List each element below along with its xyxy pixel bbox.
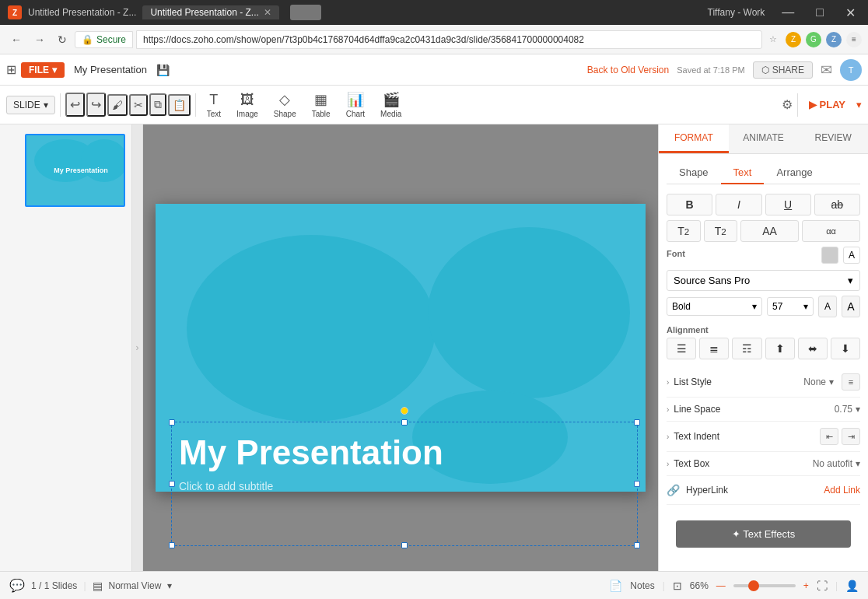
list-style-btn[interactable]: ≡	[842, 373, 860, 391]
font-color-picker[interactable]	[821, 247, 838, 264]
handle-bottom-right[interactable]	[634, 542, 640, 548]
panel-collapse-handle[interactable]: ›	[132, 124, 143, 571]
back-to-old-link[interactable]: Back to Old Version	[587, 65, 669, 75]
bold-button[interactable]: B	[667, 194, 712, 215]
font-size-decrease[interactable]: A	[818, 296, 837, 317]
strikethrough-button[interactable]: ab	[814, 194, 860, 215]
line-space-row[interactable]: › Line Space 0.75 ▾	[667, 398, 860, 422]
uppercase-button[interactable]: AA	[740, 220, 799, 242]
add-link-button[interactable]: Add Link	[824, 485, 860, 496]
align-right-button[interactable]: ☶	[732, 338, 761, 359]
slide-thumbnail-1[interactable]: My Presentation	[25, 134, 125, 207]
comment-icon[interactable]: 💬	[9, 578, 25, 593]
handle-bottom-left[interactable]	[169, 542, 175, 548]
paint-format-button[interactable]: 🖌	[107, 94, 128, 116]
play-button[interactable]: ▶ PLAY	[803, 96, 852, 114]
text-box-dropdown[interactable]: No autofit ▾	[813, 458, 860, 469]
rotate-handle[interactable]	[401, 407, 408, 415]
handle-top-middle[interactable]	[401, 419, 408, 426]
font-size-dropdown[interactable]: 57 ▾	[767, 297, 814, 316]
settings-icon[interactable]: ⚙	[782, 97, 793, 112]
apps-grid-icon[interactable]: ⊞	[6, 62, 16, 77]
paste-button[interactable]: 📋	[168, 94, 191, 116]
ext-icon4[interactable]: ≡	[846, 32, 862, 47]
slide-button[interactable]: SLIDE ▾	[6, 96, 55, 114]
notes-label[interactable]: Notes	[630, 580, 654, 591]
text-box-selection[interactable]	[171, 422, 638, 546]
forward-button[interactable]: →	[30, 30, 50, 49]
close-button[interactable]: ✕	[841, 4, 860, 22]
back-button[interactable]: ←	[6, 30, 26, 49]
line-space-dropdown[interactable]: 0.75 ▾	[835, 404, 860, 415]
url-input[interactable]	[136, 30, 762, 49]
presentation-name[interactable]: My Presentation	[74, 64, 147, 75]
text-box-row[interactable]: › Text Box No autofit ▾	[667, 452, 860, 476]
shape-tool[interactable]: ◇ Shape	[268, 88, 303, 121]
fit-icon[interactable]: ⊡	[673, 580, 682, 592]
fullscreen-icon[interactable]: ⛶	[817, 580, 828, 592]
indent-decrease-button[interactable]: ⇤	[820, 428, 838, 445]
subtab-shape[interactable]: Shape	[667, 162, 721, 184]
chart-tool[interactable]: 📊 Chart	[340, 88, 371, 121]
list-style-dropdown[interactable]: None ▾	[803, 377, 834, 387]
play-dropdown-icon[interactable]: ▾	[856, 99, 862, 110]
handle-top-right[interactable]	[634, 419, 640, 426]
redo-button[interactable]: ↪	[86, 93, 106, 117]
refresh-button[interactable]: ↻	[53, 30, 72, 49]
image-tool[interactable]: 🖼 Image	[230, 89, 264, 121]
handle-bottom-middle[interactable]	[401, 542, 408, 548]
file-menu-button[interactable]: FILE ▾	[21, 62, 65, 78]
font-family-dropdown[interactable]: Source Sans Pro ▾	[667, 270, 860, 291]
align-top-button[interactable]: ⬆	[765, 338, 795, 359]
align-center-button[interactable]: ≣	[699, 338, 729, 359]
table-tool[interactable]: ▦ Table	[306, 88, 337, 121]
handle-top-left[interactable]	[169, 419, 175, 426]
bookmark-icon[interactable]: ☆	[765, 32, 781, 47]
minimize-button[interactable]: —	[777, 4, 799, 21]
subscript-button[interactable]: T2	[704, 220, 738, 242]
user-avatar[interactable]: T	[840, 59, 862, 81]
browser-tab[interactable]: Untitled Presentation - Z... ✕	[142, 5, 278, 19]
handle-middle-right[interactable]	[634, 481, 640, 487]
subtab-arrange[interactable]: Arrange	[764, 162, 824, 184]
zoom-plus-icon[interactable]: +	[803, 580, 809, 591]
media-tool[interactable]: 🎬 Media	[374, 88, 408, 121]
view-icon[interactable]: ▤	[93, 580, 103, 592]
list-style-row[interactable]: › List Style None ▾ ≡	[667, 367, 860, 398]
tab-review[interactable]: REVIEW	[798, 124, 868, 153]
superscript-button[interactable]: T2	[667, 220, 701, 242]
zoom-slider[interactable]	[733, 584, 796, 587]
text-indent-row[interactable]: › Text Indent ⇤ ⇥	[667, 422, 860, 452]
maximize-button[interactable]: □	[811, 4, 828, 21]
zoom-minus-icon[interactable]: —	[716, 580, 726, 591]
align-left-button[interactable]: ☰	[667, 338, 696, 359]
smallcaps-button[interactable]: αα	[802, 220, 860, 242]
new-tab-btn[interactable]	[290, 5, 321, 20]
text-tool[interactable]: T Text	[201, 89, 227, 121]
envelope-icon[interactable]: ✉	[821, 61, 832, 79]
italic-button[interactable]: I	[716, 194, 761, 215]
canvas-area[interactable]: My Presentation Click to add subtitle	[143, 124, 658, 571]
tab-animate[interactable]: ANIMATE	[729, 124, 799, 153]
font-size-increase[interactable]: A	[842, 296, 860, 317]
undo-button[interactable]: ↩	[65, 93, 85, 117]
view-dropdown-icon[interactable]: ▾	[167, 580, 172, 591]
subtab-text[interactable]: Text	[721, 162, 765, 184]
font-highlight-btn[interactable]: A	[843, 247, 860, 264]
underline-button[interactable]: U	[765, 194, 811, 215]
slide-canvas[interactable]: My Presentation Click to add subtitle	[156, 204, 646, 492]
share-button[interactable]: ⬡ SHARE	[753, 61, 813, 79]
ext-icon3[interactable]: Z	[826, 32, 842, 47]
indent-increase-button[interactable]: ⇥	[842, 428, 860, 445]
font-style-dropdown[interactable]: Bold ▾	[667, 297, 762, 316]
align-middle-button[interactable]: ⬌	[798, 338, 828, 359]
user-presence-icon[interactable]: 👤	[845, 580, 859, 592]
copy-button[interactable]: ⧉	[149, 93, 166, 116]
tab-close-icon[interactable]: ✕	[264, 7, 271, 18]
align-bottom-button[interactable]: ⬇	[831, 338, 860, 359]
handle-middle-left[interactable]	[169, 481, 175, 487]
ext-icon2[interactable]: G	[806, 32, 821, 47]
save-icon[interactable]: 💾	[156, 64, 170, 76]
text-effects-button[interactable]: ✦ Text Effects	[676, 520, 850, 548]
ext-icon1[interactable]: Z	[786, 32, 801, 47]
